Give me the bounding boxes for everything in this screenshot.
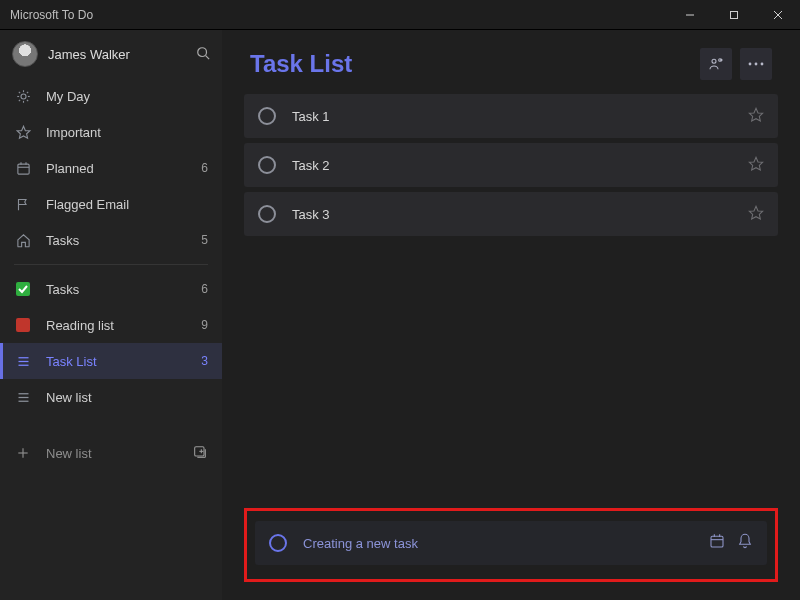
svg-point-39	[761, 63, 764, 66]
minimize-button[interactable]	[668, 0, 712, 30]
sidebar-item-flagged[interactable]: Flagged Email	[0, 186, 222, 222]
task-title: Task 1	[292, 109, 330, 124]
sidebar-item-label: Reading list	[46, 318, 114, 333]
complete-checkbox[interactable]	[258, 107, 276, 125]
svg-point-33	[712, 59, 716, 63]
sidebar-item-myday[interactable]: My Day	[0, 78, 222, 114]
svg-point-37	[749, 63, 752, 66]
list-color-icon	[14, 318, 32, 332]
sidebar-item-label: My Day	[46, 89, 90, 104]
new-list-row[interactable]: New list	[0, 433, 222, 473]
sidebar: James Walker My Day Important	[0, 30, 222, 600]
svg-marker-40	[749, 108, 762, 121]
task-row[interactable]: Task 3	[244, 192, 778, 236]
sidebar-item-count: 3	[201, 354, 208, 368]
svg-line-13	[18, 99, 19, 100]
svg-point-4	[198, 47, 207, 56]
new-list-label: New list	[46, 446, 92, 461]
sidebar-item-count: 5	[201, 233, 208, 247]
sidebar-item-user-tasks[interactable]: Tasks 6	[0, 271, 222, 307]
maximize-button[interactable]	[712, 0, 756, 30]
add-task-circle-icon	[269, 534, 287, 552]
task-list: Task 1 Task 2 Task 3	[222, 94, 800, 241]
task-row[interactable]: Task 1	[244, 94, 778, 138]
sidebar-item-new-list[interactable]: New list	[0, 379, 222, 415]
add-task-bar[interactable]	[255, 521, 767, 565]
titlebar: Microsoft To Do	[0, 0, 800, 30]
list-icon	[14, 354, 32, 369]
profile-name: James Walker	[48, 47, 130, 62]
task-row[interactable]: Task 2	[244, 143, 778, 187]
svg-marker-15	[17, 126, 30, 138]
app-window: Microsoft To Do James Walker	[0, 0, 800, 600]
main-pane: Task List Task 1	[222, 30, 800, 600]
svg-line-14	[26, 91, 27, 92]
more-button[interactable]	[740, 48, 772, 80]
sidebar-item-reading-list[interactable]: Reading list 9	[0, 307, 222, 343]
sidebar-item-important[interactable]: Important	[0, 114, 222, 150]
sidebar-item-count: 6	[201, 282, 208, 296]
svg-rect-16	[17, 164, 28, 174]
sidebar-item-task-list[interactable]: Task List 3	[0, 343, 222, 379]
list-icon	[14, 390, 32, 405]
task-title: Task 3	[292, 207, 330, 222]
sidebar-item-label: Planned	[46, 161, 94, 176]
sidebar-item-label: Tasks	[46, 282, 79, 297]
task-title: Task 2	[292, 158, 330, 173]
svg-line-5	[206, 55, 210, 59]
complete-checkbox[interactable]	[258, 205, 276, 223]
close-button[interactable]	[756, 0, 800, 30]
svg-rect-1	[731, 12, 738, 19]
plus-icon	[14, 446, 32, 460]
svg-marker-42	[749, 206, 762, 219]
sidebar-item-tasks[interactable]: Tasks 5	[0, 222, 222, 258]
svg-rect-43	[711, 536, 723, 547]
avatar	[12, 41, 38, 67]
svg-marker-41	[749, 157, 762, 170]
star-icon	[14, 125, 32, 140]
home-icon	[14, 233, 32, 248]
share-button[interactable]	[700, 48, 732, 80]
flag-icon	[14, 197, 32, 212]
calendar-icon	[14, 161, 32, 176]
reminder-icon[interactable]	[737, 533, 753, 553]
svg-point-6	[21, 94, 26, 99]
sun-icon	[14, 89, 32, 104]
sidebar-item-label: Tasks	[46, 233, 79, 248]
due-date-icon[interactable]	[709, 533, 725, 553]
svg-line-12	[26, 99, 27, 100]
sidebar-item-label: New list	[46, 390, 92, 405]
search-icon[interactable]	[196, 46, 210, 63]
app-body: James Walker My Day Important	[0, 30, 800, 600]
main-header: Task List	[222, 30, 800, 94]
app-title: Microsoft To Do	[0, 8, 668, 22]
star-icon[interactable]	[748, 156, 764, 175]
sidebar-item-label: Task List	[46, 354, 97, 369]
sidebar-item-label: Important	[46, 125, 101, 140]
page-title: Task List	[250, 50, 692, 78]
sidebar-item-count: 6	[201, 161, 208, 175]
window-controls	[668, 0, 800, 29]
sidebar-item-label: Flagged Email	[46, 197, 129, 212]
star-icon[interactable]	[748, 107, 764, 126]
new-group-icon[interactable]	[192, 444, 208, 463]
annotation-highlight	[244, 508, 778, 582]
sidebar-divider	[14, 264, 208, 265]
sidebar-item-count: 9	[201, 318, 208, 332]
star-icon[interactable]	[748, 205, 764, 224]
sidebar-item-planned[interactable]: Planned 6	[0, 150, 222, 186]
list-color-icon	[14, 282, 32, 296]
profile-row[interactable]: James Walker	[0, 30, 222, 78]
svg-point-38	[755, 63, 758, 66]
svg-line-11	[18, 91, 19, 92]
complete-checkbox[interactable]	[258, 156, 276, 174]
add-task-input[interactable]	[303, 536, 697, 551]
